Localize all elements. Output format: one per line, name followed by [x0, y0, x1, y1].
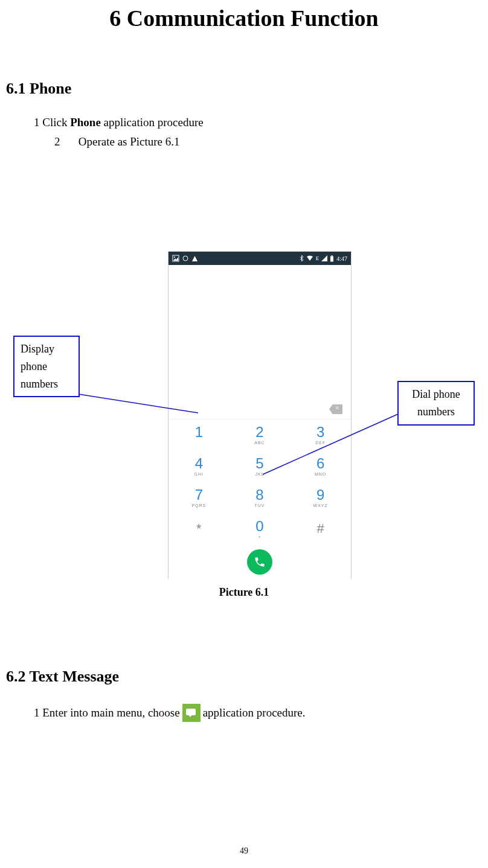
dial-letters: +	[258, 535, 261, 539]
dial-digit: 2	[255, 425, 263, 439]
network-label: E	[316, 255, 319, 261]
step-text: Operate as Picture 6.1	[79, 135, 180, 148]
dial-key-6[interactable]: 6MNO	[290, 451, 351, 482]
dial-key-hash[interactable]: #	[290, 513, 351, 544]
battery-icon	[330, 255, 334, 262]
callout-dial-numbers: Dial phone numbers	[397, 381, 475, 426]
svg-point-2	[183, 256, 188, 261]
picture-icon	[172, 255, 179, 262]
status-bar: E 4:47	[169, 252, 351, 265]
dialpad: 1 2ABC 3DEF 4GHI 5JKL 6MNO 7PQRS 8TUV 9W…	[169, 419, 351, 579]
dial-key-7[interactable]: 7PQRS	[169, 482, 230, 514]
step-62-1: 1 Enter into main menu, choose applicati…	[34, 704, 488, 722]
step-61-2: 2 Operate as Picture 6.1	[54, 135, 488, 148]
dial-letters	[198, 441, 200, 445]
step-text: 1 Enter into main menu, choose	[34, 706, 180, 720]
dial-digit: 7	[195, 488, 203, 502]
svg-rect-3	[330, 256, 333, 261]
dial-key-8[interactable]: 8TUV	[230, 482, 291, 514]
dial-key-9[interactable]: 9WXYZ	[290, 482, 351, 514]
svg-rect-4	[332, 255, 333, 257]
page-number: 49	[0, 846, 488, 856]
dial-digit: 8	[255, 488, 263, 502]
dial-key-1[interactable]: 1	[169, 420, 230, 451]
page-title: 6 Communication Function	[0, 5, 488, 31]
bluetooth-icon	[300, 255, 304, 262]
figure-area: E 4:47 1 2ABC 3DEF 4GHI 5JKL 6MNO 7PQRS …	[0, 251, 488, 607]
call-button[interactable]	[247, 549, 272, 575]
dial-symbol: #	[317, 521, 324, 537]
dial-digit: 9	[316, 488, 324, 502]
status-time: 4:47	[336, 255, 347, 262]
dial-letters: TUV	[254, 503, 265, 508]
dial-digit: 3	[316, 425, 324, 439]
dial-digit: 4	[195, 456, 203, 471]
dial-key-0[interactable]: 0+	[230, 513, 291, 544]
wifi-icon	[306, 255, 313, 261]
phone-status-icon	[182, 255, 188, 261]
section-heading-61: 6.1 Phone	[6, 80, 488, 98]
step-text: 1 Click	[34, 116, 70, 129]
dial-key-3[interactable]: 3DEF	[290, 420, 351, 451]
backspace-icon[interactable]	[329, 404, 342, 414]
dial-key-5[interactable]: 5JKL	[230, 451, 291, 482]
dial-digit: 6	[316, 456, 324, 471]
warning-icon	[191, 255, 198, 262]
step-text: application procedure	[101, 116, 204, 129]
dial-letters: PQRS	[191, 503, 206, 508]
step-number: 2	[54, 135, 75, 148]
dial-key-2[interactable]: 2ABC	[230, 420, 291, 451]
status-right: E 4:47	[300, 255, 347, 262]
dial-letters: DEF	[315, 441, 326, 445]
dial-key-star[interactable]: *	[169, 513, 230, 544]
figure-caption: Picture 6.1	[0, 586, 488, 599]
dial-key-4[interactable]: 4GHI	[169, 451, 230, 482]
dial-digit: 5	[255, 456, 263, 471]
step-text: application procedure.	[203, 706, 306, 720]
svg-point-1	[174, 257, 175, 258]
section-heading-62: 6.2 Text Message	[6, 668, 488, 686]
status-left	[172, 255, 198, 262]
messaging-app-icon	[182, 704, 201, 722]
dial-digit: 1	[195, 425, 203, 439]
dial-letters: MNO	[315, 472, 326, 476]
signal-icon	[321, 255, 327, 261]
dial-letters: WXYZ	[313, 503, 328, 508]
phone-display-area	[169, 265, 351, 419]
step-bold: Phone	[70, 116, 101, 129]
dial-letters: ABC	[254, 441, 265, 445]
callout-display-numbers: Display phone numbers	[13, 336, 80, 397]
phone-screenshot: E 4:47 1 2ABC 3DEF 4GHI 5JKL 6MNO 7PQRS …	[168, 251, 352, 579]
phone-icon	[254, 556, 266, 568]
step-61-1: 1 Click Phone application procedure	[34, 116, 488, 129]
dial-symbol: *	[196, 521, 202, 537]
dial-digit: 0	[255, 519, 263, 534]
dial-letters: JKL	[255, 472, 264, 476]
dial-letters: GHI	[194, 472, 204, 476]
